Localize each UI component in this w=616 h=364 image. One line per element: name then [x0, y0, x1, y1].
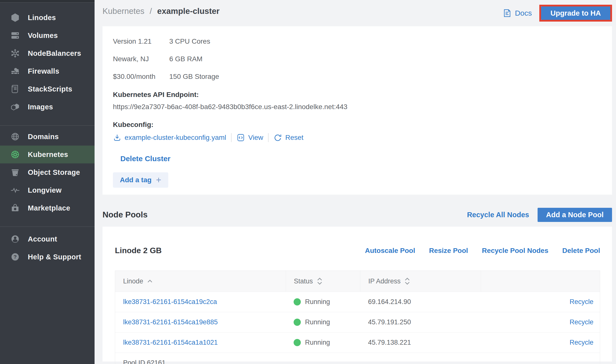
breadcrumb-kubernetes-link[interactable]: Kubernetes [103, 6, 144, 16]
docs-label: Docs [515, 9, 532, 17]
node-status: Running [286, 318, 360, 326]
account-icon [9, 233, 21, 245]
recycle-node-link[interactable]: Recycle [481, 318, 600, 326]
linode-cloud-manager: Linodes Volumes [0, 0, 616, 364]
kubeconfig-download-link[interactable]: example-cluster-kubeconfig.yaml [113, 133, 226, 142]
vertical-divider [268, 133, 269, 142]
sidebar-item-account[interactable]: Account [0, 230, 95, 248]
breadcrumb: Kubernetes / example-cluster [103, 6, 220, 16]
longview-icon [9, 184, 21, 196]
recycle-all-nodes-link[interactable]: Recycle All Nodes [467, 211, 529, 219]
sidebar-item-nodebalancers[interactable]: NodeBalancers [0, 44, 95, 62]
column-header-status[interactable]: Status [286, 271, 360, 292]
recycle-pool-nodes-link[interactable]: Recycle Pool Nodes [482, 247, 548, 255]
page-header: Kubernetes / example-cluster Docs Upgrad… [103, 0, 612, 26]
docs-link[interactable]: Docs [503, 9, 532, 18]
docs-icon [503, 9, 512, 18]
help-icon: ? [9, 251, 21, 263]
node-pool-card: Linode 2 GB Autoscale Pool Resize Pool R… [103, 227, 612, 362]
sidebar-item-volumes[interactable]: Volumes [0, 27, 95, 44]
upgrade-ha-highlight-box: Upgrade to HA [539, 5, 612, 22]
sidebar-item-longview[interactable]: Longview [0, 181, 95, 199]
sidebar-item-help-support[interactable]: ? Help & Support [0, 248, 95, 266]
stackscripts-icon [9, 83, 21, 95]
spec-ram: 6 GB RAM [169, 55, 287, 63]
column-header-ip-address[interactable]: IP Address [360, 271, 481, 292]
add-tag-button[interactable]: Add a tag + [113, 172, 168, 188]
node-pools-header: Node Pools Recycle All Nodes Add a Node … [103, 208, 612, 222]
kubeconfig-reset-link[interactable]: Reset [274, 133, 303, 142]
kubeconfig-view-link[interactable]: View [237, 133, 263, 142]
sidebar-item-label: Marketplace [28, 204, 70, 212]
spec-price: $30.00/month [113, 73, 169, 81]
sidebar-item-label: Domains [28, 133, 59, 141]
node-ip: 45.79.191.250 [360, 318, 481, 326]
pool-title: Linode 2 GB [115, 246, 162, 255]
recycle-node-link[interactable]: Recycle [481, 298, 600, 306]
view-label: View [248, 134, 263, 142]
add-node-pool-button[interactable]: Add a Node Pool [538, 208, 612, 222]
sidebar-item-label: Longview [28, 186, 62, 194]
sidebar-item-object-storage[interactable]: Object Storage [0, 163, 95, 181]
sidebar-group-compute: Linodes Volumes [0, 9, 95, 116]
main-content: Kubernetes / example-cluster Docs Upgrad… [95, 0, 616, 364]
sidebar-group-services: Domains Kubernetes [0, 126, 95, 217]
spec-region: Newark, NJ [113, 55, 169, 63]
resize-pool-link[interactable]: Resize Pool [429, 247, 468, 255]
recycle-node-link[interactable]: Recycle [481, 339, 600, 346]
pool-actions: Autoscale Pool Resize Pool Recycle Pool … [365, 247, 600, 255]
sidebar-item-label: Help & Support [28, 253, 81, 261]
images-icon [9, 101, 21, 113]
cluster-specs: Version 1.21 3 CPU Cores Newark, NJ 6 GB… [113, 37, 287, 81]
nodebalancers-icon [9, 48, 21, 59]
status-running-dot [294, 339, 301, 346]
sidebar-item-label: Kubernetes [28, 151, 68, 159]
add-tag-row: Add a tag + [113, 172, 602, 188]
marketplace-icon [9, 202, 21, 214]
download-icon [113, 133, 121, 142]
sort-both-icon [317, 278, 322, 285]
autoscale-pool-link[interactable]: Autoscale Pool [365, 247, 415, 255]
cluster-summary-card: Version 1.21 3 CPU Cores Newark, NJ 6 GB… [103, 26, 612, 195]
sidebar-item-label: Object Storage [28, 168, 80, 177]
object-storage-icon [9, 167, 21, 178]
kubeconfig-label: Kubeconfig: [113, 121, 602, 129]
sidebar-item-label: Firewalls [28, 67, 59, 75]
column-header-actions [481, 271, 600, 292]
delete-cluster-link[interactable]: Delete Cluster [120, 154, 171, 163]
upgrade-to-ha-button[interactable]: Upgrade to HA [541, 6, 610, 20]
pool-id-label: Pool ID 62161 [123, 359, 166, 364]
node-link[interactable]: lke38731-62161-6154ca1a1021 [115, 339, 286, 346]
node-link[interactable]: lke38731-62161-6154ca19c2ca [115, 298, 286, 306]
sidebar-item-images[interactable]: Images [0, 98, 95, 116]
sidebar-item-firewalls[interactable]: Firewalls [0, 62, 95, 80]
kubeconfig-file-name: example-cluster-kubeconfig.yaml [125, 134, 226, 142]
sidebar-item-marketplace[interactable]: Marketplace [0, 199, 95, 217]
sidebar: Linodes Volumes [0, 0, 95, 364]
linodes-icon [9, 12, 21, 23]
node-pools-actions: Recycle All Nodes Add a Node Pool [467, 208, 612, 222]
sort-both-icon [405, 278, 410, 285]
node-table-row: lke38731-62161-6154ca19e885 Running 45.7… [115, 312, 600, 332]
api-endpoint-label: Kubernetes API Endpoint: [113, 91, 602, 99]
sidebar-item-linodes[interactable]: Linodes [0, 9, 95, 27]
sidebar-item-kubernetes[interactable]: Kubernetes [0, 146, 95, 163]
column-header-linode[interactable]: Linode [115, 271, 286, 292]
spec-cpu: 3 CPU Cores [169, 37, 287, 45]
sidebar-item-domains[interactable]: Domains [0, 128, 95, 146]
reset-icon [274, 133, 282, 142]
view-code-icon [237, 133, 245, 142]
delete-pool-link[interactable]: Delete Pool [562, 247, 600, 255]
breadcrumb-cluster-name: example-cluster [157, 6, 219, 16]
header-actions: Docs Upgrade to HA [503, 5, 612, 22]
breadcrumb-separator: / [150, 6, 152, 16]
vertical-divider [231, 133, 232, 142]
volumes-icon [9, 30, 21, 41]
sidebar-item-stackscripts[interactable]: StackScripts [0, 80, 95, 98]
node-table: Linode Status IP Address [115, 271, 600, 364]
plus-icon: + [156, 176, 161, 184]
delete-cluster-row: Delete Cluster [113, 154, 602, 163]
pool-id-row: Pool ID 62161 [115, 353, 600, 364]
node-link[interactable]: lke38731-62161-6154ca19e885 [115, 318, 286, 326]
kubernetes-icon [9, 149, 21, 160]
